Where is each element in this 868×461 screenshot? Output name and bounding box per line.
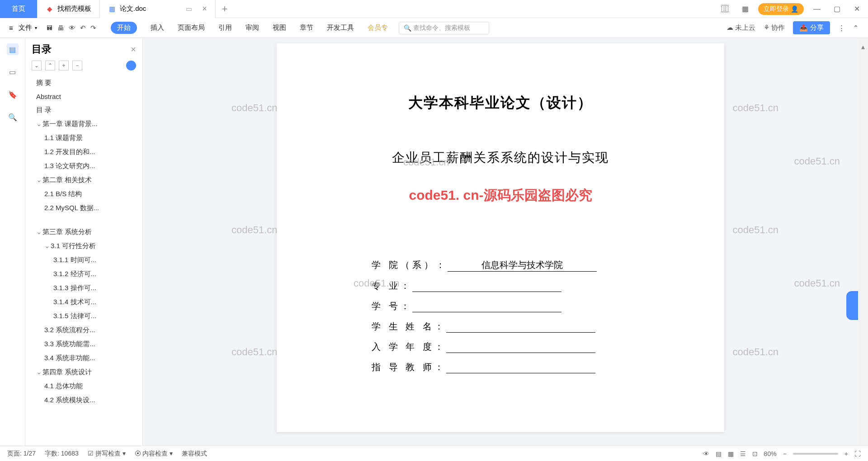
slide-icon[interactable]: ▭	[7, 66, 19, 78]
share-button[interactable]: 📤 分享	[793, 21, 830, 34]
tab-review[interactable]: 审阅	[245, 24, 259, 32]
collapse-all-icon[interactable]: ⌄	[32, 61, 42, 71]
outline-item[interactable]: 1.1 课题背景	[25, 131, 142, 145]
web-view-icon[interactable]: ▦	[728, 450, 734, 457]
tab-insert[interactable]: 插入	[151, 24, 164, 32]
outline-item[interactable]: ⌄3.1 可行性分析	[25, 239, 142, 253]
document-area[interactable]: code51.cn code51.cn code51.cn code51.cn …	[143, 38, 858, 446]
tab-template[interactable]: ◆ 找稻壳模板	[38, 0, 100, 18]
outline-item[interactable]: 3.1.1 时间可...	[25, 253, 142, 267]
tab-start[interactable]: 开始	[111, 22, 137, 34]
outline-item-label: 2.2 MySQL 数据...	[44, 204, 99, 212]
zoom-out-icon[interactable]: −	[783, 450, 787, 457]
outline-item[interactable]: 1.3 论文研究内...	[25, 159, 142, 173]
page-view-icon[interactable]: ▤	[716, 450, 722, 457]
outline-item-label: 3.1.5 法律可...	[53, 312, 96, 320]
layout-icon[interactable]: ⿲	[718, 2, 732, 16]
outline-title: 目录	[32, 42, 52, 56]
remove-icon[interactable]: −	[72, 61, 82, 71]
assistant-icon[interactable]	[126, 61, 136, 71]
cloud-status[interactable]: ☁ 未上云	[726, 24, 755, 32]
word-count[interactable]: 字数: 10683	[45, 450, 79, 458]
outline-item-label: 2.1 B/S 结构	[44, 190, 82, 198]
outline-item[interactable]: 摘 要	[25, 76, 142, 90]
outline-item-label: 摘 要	[36, 79, 52, 86]
close-window-icon[interactable]: ✕	[850, 2, 863, 16]
watermark: code51.cn	[794, 155, 840, 167]
tab-devtools[interactable]: 开发工具	[327, 24, 354, 32]
tab-view[interactable]: 视图	[273, 24, 286, 32]
zoom-slider[interactable]	[793, 453, 838, 455]
tab-layout[interactable]: 页面布局	[178, 24, 205, 32]
tab-member[interactable]: 会员专	[368, 24, 388, 32]
outline-item-label: 4.1 总体功能	[44, 382, 83, 390]
info-block: 学 院（系）：信息科学与技术学院 专 业： 学 号： 学 生 姓 名： 入 学 …	[317, 259, 684, 373]
maximize-icon[interactable]: ▢	[830, 2, 844, 16]
right-scrollbar[interactable]: ▴	[858, 38, 868, 446]
bookmark-icon[interactable]: 🔖	[7, 89, 19, 100]
outline-item[interactable]: 3.1.4 技术可...	[25, 295, 142, 309]
outline-item[interactable]: 3.1.3 操作可...	[25, 281, 142, 295]
outline-item[interactable]: 4.1 总体功能	[25, 379, 142, 393]
tab-reference[interactable]: 引用	[218, 24, 232, 32]
outline-item[interactable]: ⌄第二章 相关技术	[25, 173, 142, 187]
outline-item-label: 3.3 系统功能需...	[44, 340, 95, 348]
outline-item[interactable]: Abstract	[25, 90, 142, 103]
fullscreen-icon[interactable]: ⛶	[854, 450, 861, 457]
apps-icon[interactable]: ▦	[738, 2, 752, 16]
outline-item[interactable]: ⌄第三章 系统分析	[25, 225, 142, 239]
page-indicator[interactable]: 页面: 1/27	[7, 450, 36, 458]
file-menu[interactable]: 文件▾	[15, 22, 41, 34]
spellcheck-toggle[interactable]: ☑ 拼写检查 ▾	[88, 450, 126, 458]
outline-item[interactable]: 3.1.5 法律可...	[25, 309, 142, 323]
outline-item[interactable]: 3.3 系统功能需...	[25, 337, 142, 351]
zoom-level[interactable]: 80%	[764, 450, 777, 457]
search-input[interactable]: 🔍 查找命令、搜索模板	[399, 22, 489, 34]
collab-button[interactable]: ⚘ 协作	[764, 24, 785, 32]
outline-item[interactable]: 3.2 系统流程分...	[25, 323, 142, 337]
undo-icon[interactable]: ↶	[80, 24, 86, 32]
outline-item[interactable]: 2.2 MySQL 数据...	[25, 201, 142, 215]
outline-item-label: 3.1.2 经济可...	[53, 270, 96, 278]
outline-view-icon[interactable]: ☰	[740, 450, 746, 457]
collapse-icon[interactable]: ⌃	[853, 24, 859, 32]
zoom-in-icon[interactable]: +	[844, 450, 848, 457]
tab-home[interactable]: 首页	[0, 0, 38, 18]
print-icon[interactable]: 🖶	[57, 24, 64, 32]
ribbon: ≡ 文件▾ 🖬 🖶 👁 ↶ ↷ 开始 插入 页面布局 引用 审阅 视图 章节 开…	[0, 18, 868, 38]
redo-icon[interactable]: ↷	[90, 24, 96, 32]
outline-item[interactable]: ⌄第一章 课题背景...	[25, 117, 142, 131]
outline-icon[interactable]: ▤	[7, 43, 19, 55]
preview-icon[interactable]: 👁	[69, 24, 75, 32]
new-tab-button[interactable]: +	[216, 0, 234, 18]
reading-mode-icon[interactable]: 👁	[703, 450, 709, 457]
close-icon[interactable]: ×	[202, 4, 207, 14]
outline-item[interactable]: 1.2 开发目的和...	[25, 145, 142, 159]
outline-item[interactable]: 3.4 系统非功能...	[25, 351, 142, 365]
login-button[interactable]: 立即登录👤	[758, 3, 804, 15]
outline-item-label: 3.1.3 操作可...	[53, 284, 96, 292]
outline-item-label: 1.3 论文研究内...	[44, 162, 95, 169]
screen-icon[interactable]: ▭	[186, 5, 192, 13]
tab-document[interactable]: ▦ 论文.doc ▭ ×	[100, 0, 216, 18]
outline-item[interactable]: 4.2 系统模块设...	[25, 393, 142, 407]
expand-all-icon[interactable]: ⌃	[45, 61, 55, 71]
outline-item[interactable]: 2.1 B/S 结构	[25, 187, 142, 201]
menu-icon[interactable]: ≡	[9, 24, 13, 32]
find-icon[interactable]: 🔍	[7, 111, 19, 123]
minimize-icon[interactable]: —	[810, 2, 824, 16]
content-check[interactable]: ⦿ 内容检查 ▾	[135, 450, 173, 458]
side-handle[interactable]	[846, 291, 858, 320]
more-icon[interactable]: ⋮	[838, 24, 845, 32]
field-advisor-label: 指 导 教 师：	[372, 361, 446, 373]
scroll-up-icon[interactable]: ▴	[861, 42, 865, 51]
add-icon[interactable]: +	[59, 61, 69, 71]
save-icon[interactable]: 🖬	[46, 24, 53, 32]
search-icon: 🔍	[404, 24, 411, 32]
outline-item[interactable]: 3.1.2 经济可...	[25, 267, 142, 281]
panel-close-icon[interactable]: ×	[131, 44, 136, 55]
outline-item[interactable]: 目 录	[25, 103, 142, 117]
tab-chapter[interactable]: 章节	[300, 24, 313, 32]
outline-item[interactable]: ⌄第四章 系统设计	[25, 365, 142, 379]
zoom-fit-icon[interactable]: ⊡	[752, 450, 758, 457]
